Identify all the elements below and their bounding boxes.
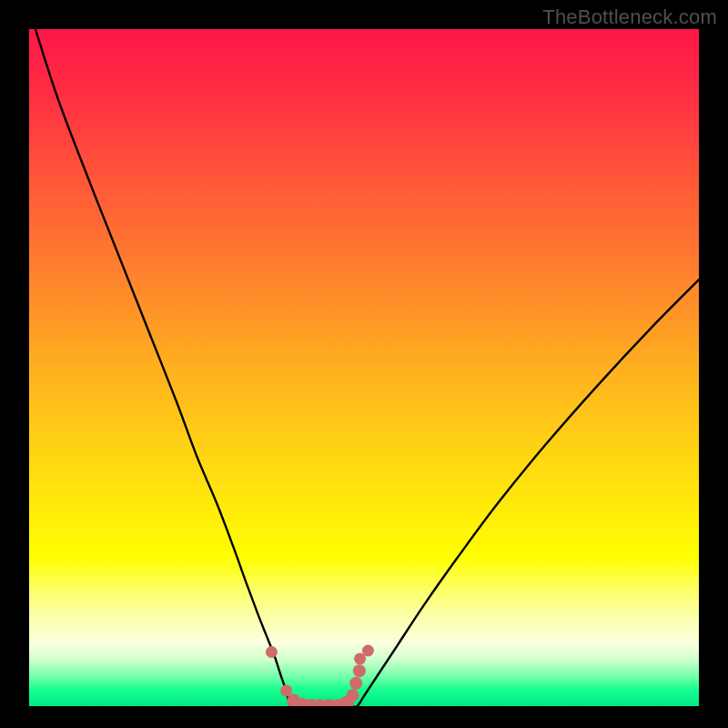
curve-path bbox=[29, 29, 699, 706]
curve-marker bbox=[353, 664, 366, 677]
curve-marker bbox=[349, 677, 362, 690]
chart-frame: TheBottleneck.com bbox=[0, 0, 728, 728]
curve-marker bbox=[362, 644, 374, 656]
curve-marker bbox=[266, 646, 278, 658]
curve-marker bbox=[346, 689, 359, 702]
curve-marker bbox=[280, 684, 292, 696]
watermark-text: TheBottleneck.com bbox=[542, 5, 717, 29]
bottleneck-curve bbox=[29, 29, 699, 706]
plot-area bbox=[29, 29, 699, 706]
